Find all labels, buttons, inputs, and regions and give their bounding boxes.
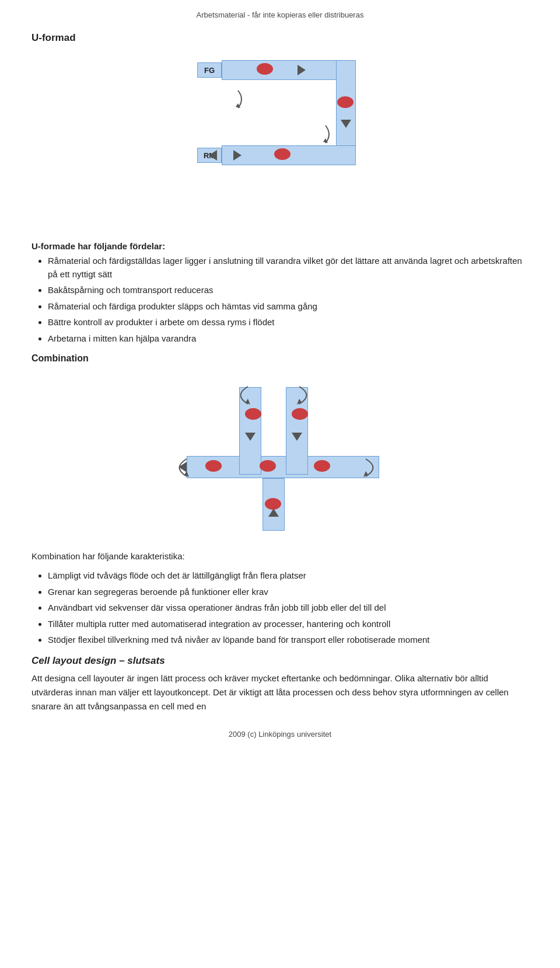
curved-arrow-cb-1 xyxy=(169,456,190,479)
red-oval-top xyxy=(257,63,273,75)
list-item: Tillåter multipla rutter med automatiser… xyxy=(48,618,528,631)
list-item: Lämpligt vid tvåvägs flöde och det är lä… xyxy=(48,569,528,583)
u-diagram-area: FG RM xyxy=(32,50,528,231)
arrow-rm-left xyxy=(209,150,217,161)
arrow-vert3-up xyxy=(268,509,279,517)
list-item: Stödjer flexibel tillverkning med två ni… xyxy=(48,633,528,647)
combo-diagram-area xyxy=(32,370,528,539)
list-item: Råmaterial och färdiga produkter släpps … xyxy=(48,300,528,314)
arrow-vert2-down xyxy=(292,433,302,441)
curved-arrow-1 xyxy=(216,85,245,114)
list-item: Arbetarna i mitten kan hjälpa varandra xyxy=(48,332,528,346)
fg-label: FG xyxy=(197,62,222,78)
header-text: Arbetsmaterial - får inte kopieras eller… xyxy=(197,11,364,19)
red-oval-cb-5 xyxy=(245,408,261,420)
list-item: Bakåtspårning och tomtransport reduceras xyxy=(48,284,528,297)
cell-layout-title: Cell layout design – slutsats xyxy=(32,655,528,667)
kombination-intro: Kombination har följande karakteristika: xyxy=(32,549,528,563)
list-item: Grenar kan segregeras beroende på funkti… xyxy=(48,586,528,599)
red-oval-cb-1 xyxy=(205,460,222,472)
combination-title: Combination xyxy=(32,353,528,364)
arrow-right-down xyxy=(341,120,351,128)
list-item: Användbart vid sekvenser där vissa opera… xyxy=(48,601,528,615)
curved-arrow-cb-4 xyxy=(296,384,317,407)
arrow-bottom-right xyxy=(233,150,242,161)
u-advantages-list: Råmaterial och färdigställdas lager ligg… xyxy=(48,255,528,345)
arrow-vert1-down xyxy=(245,433,256,441)
red-oval-cb-4 xyxy=(265,498,281,510)
red-oval-cb-6 xyxy=(292,408,308,420)
page-header: Arbetsmaterial - får inte kopieras eller… xyxy=(32,11,528,19)
list-item: Bättre kontroll av produkter i arbete om… xyxy=(48,316,528,329)
red-oval-bottom xyxy=(274,148,290,160)
kombination-list: Lämpligt vid tvåvägs flöde och det är lä… xyxy=(48,569,528,647)
cell-layout-paragraph: Att designa cell layouter är ingen lätt … xyxy=(32,671,528,713)
combination-diagram xyxy=(169,370,391,539)
page-footer: 2009 (c) Linköpings universitet xyxy=(32,730,528,739)
list-item: Råmaterial och färdigställdas lager ligg… xyxy=(48,255,528,281)
arrow-top-right xyxy=(298,65,306,75)
curved-arrow-2 xyxy=(303,120,332,149)
u-shape-diagram: FG RM xyxy=(181,50,379,231)
curved-arrow-cb-3 xyxy=(230,384,251,407)
u-advantages-title: U-formade har följande fördelar: xyxy=(32,241,528,251)
red-oval-cb-2 xyxy=(260,460,276,472)
u-section-title: U-formad xyxy=(32,32,528,44)
curved-arrow-cb-2 xyxy=(363,456,384,479)
red-oval-right xyxy=(337,96,354,108)
red-oval-cb-3 xyxy=(314,460,330,472)
